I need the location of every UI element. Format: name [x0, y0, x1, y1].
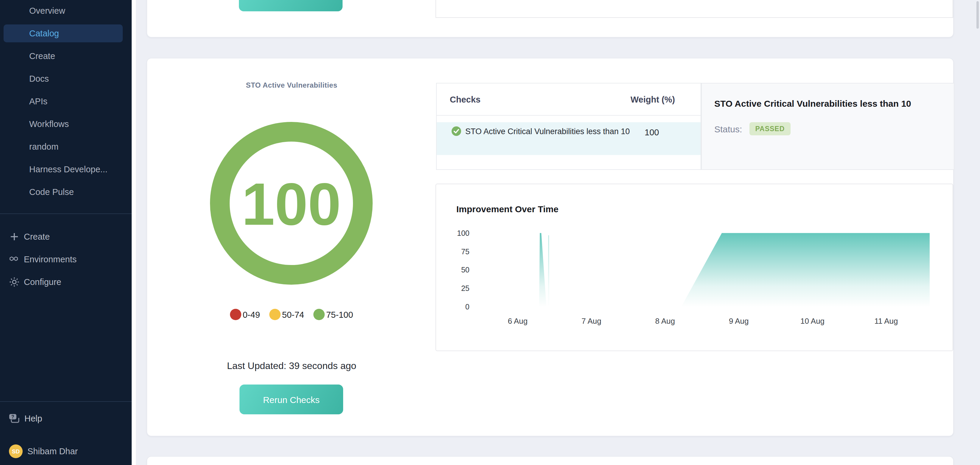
- avatar-initials: SD: [12, 448, 20, 455]
- app-window: OverviewCatalogCreateDocsAPIsWorkflowsra…: [0, 0, 980, 465]
- checks-panel: Checks Weight (%) STO Active Critical Vu…: [436, 83, 701, 170]
- legend-label: 0-49: [243, 310, 260, 319]
- sidebar-action-label: Environments: [24, 254, 76, 264]
- score-value: 100: [242, 171, 341, 237]
- sidebar-item-create[interactable]: Create: [0, 45, 132, 67]
- sidebar-item-catalog[interactable]: Catalog: [0, 22, 132, 45]
- sidebar-user[interactable]: SD Shibam Dhar: [0, 439, 132, 464]
- sidebar-item-label: Catalog: [29, 29, 59, 38]
- main-content: STO Active Vulnerabilities 100 0-4950-74…: [136, 0, 980, 465]
- x-axis-tick-10-aug: 10 Aug: [800, 316, 824, 326]
- plus-icon: [9, 231, 20, 242]
- sidebar-item-code-pulse[interactable]: Code Pulse: [0, 181, 132, 203]
- legend-label: 50-74: [282, 310, 304, 319]
- previous-rerun-button-partial[interactable]: [239, 0, 342, 11]
- sidebar-gutter: [132, 0, 136, 465]
- sidebar-item-label: Code Pulse: [29, 187, 74, 197]
- sidebar-item-environments[interactable]: Environments: [0, 248, 132, 271]
- user-name: Shibam Dhar: [27, 446, 78, 456]
- scorecard-title: STO Active Vulnerabilities: [147, 81, 436, 89]
- sidebar-action-label: Create: [24, 232, 50, 241]
- check-row[interactable]: STO Active Critical Vulnerabilities less…: [437, 122, 701, 155]
- sidebar-item-harness-develope[interactable]: Harness Develope...: [0, 158, 132, 181]
- sidebar-nav: OverviewCatalogCreateDocsAPIsWorkflowsra…: [0, 0, 132, 203]
- sidebar-item-random[interactable]: random: [0, 135, 132, 158]
- sidebar-item-configure[interactable]: Configure: [0, 271, 132, 293]
- next-section-card: [146, 456, 954, 465]
- sidebar-item-help[interactable]: ? Help: [0, 407, 132, 430]
- sidebar-divider-top: [0, 213, 132, 214]
- legend-dot: [230, 309, 242, 320]
- sidebar-item-label: Overview: [29, 6, 65, 16]
- weight-column-header: Weight (%): [631, 94, 675, 104]
- y-axis-tick-50: 50: [461, 265, 469, 274]
- legend-label: 75-100: [326, 310, 353, 319]
- legend-item-0-49: 0-49: [230, 309, 260, 320]
- x-axis-tick-9-aug: 9 Aug: [729, 316, 749, 326]
- scorecard-section-card: STO Active Vulnerabilities 100 0-4950-74…: [146, 58, 954, 436]
- y-axis-tick-25: 25: [461, 284, 469, 292]
- help-chat-icon: ?: [8, 412, 20, 425]
- status-label: Status:: [714, 124, 742, 134]
- sidebar-item-label: random: [29, 142, 58, 152]
- legend-dot: [270, 309, 281, 320]
- legend-dot: [313, 309, 325, 320]
- check-name: STO Active Critical Vulnerabilities less…: [465, 126, 648, 137]
- x-axis-tick-7-aug: 7 Aug: [581, 316, 601, 326]
- sidebar-item-label: Workflows: [29, 119, 69, 129]
- sidebar-item-workflows[interactable]: Workflows: [0, 113, 132, 135]
- status-row: Status: PASSED: [714, 122, 791, 135]
- x-axis-tick-6-aug: 6 Aug: [508, 316, 528, 326]
- sidebar-item-create[interactable]: Create: [0, 225, 132, 248]
- check-passed-icon: [452, 126, 461, 136]
- sidebar-actions: CreateEnvironmentsConfigure: [0, 225, 132, 293]
- gear-icon: [9, 276, 20, 288]
- page-scrollbar-thumb[interactable]: [977, 1, 979, 29]
- y-axis-tick-100: 100: [457, 229, 469, 237]
- x-axis-tick-11-aug: 11 Aug: [874, 316, 898, 326]
- checks-table-header: Checks Weight (%): [437, 83, 701, 116]
- svg-text:?: ?: [11, 414, 14, 419]
- check-weight-value: 100: [644, 128, 659, 137]
- check-detail-panel: STO Active Critical Vulnerabilities less…: [701, 83, 955, 170]
- sidebar-divider-bottom: [0, 401, 132, 402]
- status-badge: PASSED: [749, 122, 791, 135]
- sidebar-item-label: Create: [29, 51, 55, 61]
- area-spike-6-3aug: [539, 233, 547, 307]
- previous-section-card: [146, 0, 954, 38]
- active-item-pill: [3, 24, 123, 42]
- sidebar-item-overview[interactable]: Overview: [0, 0, 132, 22]
- last-updated-text: Last Updated: 39 seconds ago: [147, 361, 436, 371]
- sidebar-item-label: Docs: [29, 74, 49, 83]
- area-plateau-9aug-11aug: [681, 233, 930, 307]
- score-gauge: 100: [208, 120, 375, 287]
- legend-item-75-100: 75-100: [313, 309, 353, 320]
- improvement-area-chart: 1007550250 6 Aug7 Aug8 Aug9 Aug10 Aug11 …: [436, 184, 954, 352]
- checks-column-header: Checks: [450, 94, 480, 104]
- avatar: SD: [9, 444, 23, 458]
- improvement-chart-card: Improvement Over Time 1007550250 6 Aug7 …: [436, 184, 953, 351]
- sidebar: OverviewCatalogCreateDocsAPIsWorkflowsra…: [0, 0, 132, 465]
- sidebar-item-label: Harness Develope...: [29, 165, 108, 174]
- previous-chart-card-partial: [436, 0, 953, 18]
- check-detail-title: STO Active Critical Vulnerabilities less…: [714, 98, 945, 109]
- sidebar-item-docs[interactable]: Docs: [0, 67, 132, 90]
- legend-item-50-74: 50-74: [270, 309, 304, 320]
- sidebar-item-apis[interactable]: APIs: [0, 90, 132, 113]
- x-axis-tick-8-aug: 8 Aug: [655, 316, 675, 326]
- y-axis-tick-0: 0: [465, 302, 469, 311]
- help-label: Help: [24, 414, 42, 423]
- hexagons-icon: [9, 254, 20, 265]
- area-spike-6-4aug: [548, 235, 549, 307]
- score-legend: 0-4950-7475-100: [147, 309, 436, 320]
- rerun-checks-button[interactable]: Rerun Checks: [240, 385, 343, 414]
- sidebar-action-label: Configure: [24, 277, 61, 287]
- sidebar-item-label: APIs: [29, 97, 47, 106]
- y-axis-tick-75: 75: [461, 248, 469, 256]
